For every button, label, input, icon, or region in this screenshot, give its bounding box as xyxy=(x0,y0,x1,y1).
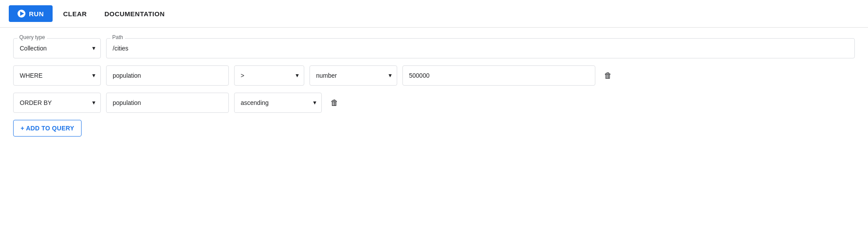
orderby-field-input[interactable] xyxy=(106,93,229,113)
toolbar: RUN CLEAR DOCUMENTATION xyxy=(0,0,868,28)
where-clause-type-wrapper: WHERE ORDER BY LIMIT OFFSET ▼ xyxy=(13,65,101,86)
where-value-input[interactable] xyxy=(402,65,595,86)
play-triangle xyxy=(20,11,24,16)
orderby-trash-icon: 🗑 xyxy=(331,98,338,108)
main-content: Query type Collection Collection Group ▼… xyxy=(0,28,868,147)
add-to-query-label: + ADD TO QUERY xyxy=(21,125,74,132)
clear-button[interactable]: CLEAR xyxy=(56,6,94,22)
orderby-row: ORDER BY WHERE LIMIT OFFSET ▼ ascending … xyxy=(13,93,855,113)
path-label: Path xyxy=(110,34,125,40)
query-type-label: Query type xyxy=(18,34,47,40)
run-button[interactable]: RUN xyxy=(9,5,53,22)
query-type-wrapper: Collection Collection Group ▼ xyxy=(13,38,101,58)
where-field-input[interactable] xyxy=(106,65,229,86)
orderby-clause-type-select[interactable]: ORDER BY WHERE LIMIT OFFSET xyxy=(13,93,101,113)
play-icon xyxy=(18,10,25,18)
orderby-delete-button[interactable]: 🗑 xyxy=(327,95,342,111)
direction-wrapper: ascending descending ▼ xyxy=(234,93,322,113)
documentation-button[interactable]: DOCUMENTATION xyxy=(97,6,172,22)
type-select[interactable]: number string boolean null timestamp geo… xyxy=(309,65,397,86)
type-wrapper: number string boolean null timestamp geo… xyxy=(309,65,397,86)
add-to-query-button[interactable]: + ADD TO QUERY xyxy=(13,120,82,137)
operator-select[interactable]: > >= < <= == != array-contains in not-in… xyxy=(234,65,304,86)
where-trash-icon: 🗑 xyxy=(604,71,612,80)
operator-wrapper: > >= < <= == != array-contains in not-in… xyxy=(234,65,304,86)
query-type-select[interactable]: Collection Collection Group xyxy=(13,38,101,58)
direction-select[interactable]: ascending descending xyxy=(234,93,322,113)
orderby-clause-type-wrapper: ORDER BY WHERE LIMIT OFFSET ▼ xyxy=(13,93,101,113)
path-group: Path xyxy=(106,38,855,58)
path-input[interactable] xyxy=(106,38,855,58)
where-delete-button[interactable]: 🗑 xyxy=(601,68,615,84)
query-type-group: Query type Collection Collection Group ▼ xyxy=(13,38,101,58)
where-row: WHERE ORDER BY LIMIT OFFSET ▼ > >= < <= … xyxy=(13,65,855,86)
query-path-row: Query type Collection Collection Group ▼… xyxy=(13,38,855,58)
where-clause-type-select[interactable]: WHERE ORDER BY LIMIT OFFSET xyxy=(13,65,101,86)
run-label: RUN xyxy=(29,10,44,18)
